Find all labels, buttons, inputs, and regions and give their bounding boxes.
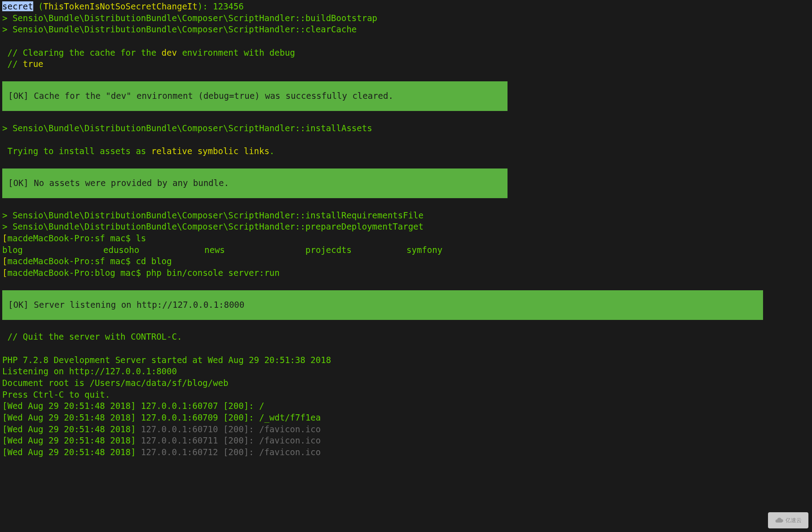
request-log-5: [Wed Aug 29 20:51:48 2018] 127.0.0.1:607… xyxy=(0,447,812,458)
ls-news: news xyxy=(204,244,305,256)
request-log-3: [Wed Aug 29 20:51:48 2018] 127.0.0.1:607… xyxy=(0,424,812,435)
listening-on: Listening on http://127.0.0.1:8000 xyxy=(0,366,812,377)
prompt-cd-blog[interactable]: [macdeMacBook-Pro:sf mac$ cd blog xyxy=(0,256,812,267)
script-build-bootstrap: > Sensio\Bundle\DistributionBundle\Compo… xyxy=(0,13,812,24)
ok-server-listening: [OK] Server listening on http://127.0.0.… xyxy=(2,290,763,320)
cloud-icon xyxy=(775,516,784,525)
request-log-2: [Wed Aug 29 20:51:48 2018] 127.0.0.1:607… xyxy=(0,412,812,424)
script-clear-cache: > Sensio\Bundle\DistributionBundle\Compo… xyxy=(0,24,812,35)
ls-projecdts: projecdts xyxy=(305,244,406,256)
request-log-1: [Wed Aug 29 20:51:48 2018] 127.0.0.1:607… xyxy=(0,400,812,412)
document-root: Document root is /Users/mac/data/sf/blog… xyxy=(0,377,812,389)
blank-line xyxy=(0,35,812,47)
press-ctrl-c: Press Ctrl-C to quit. xyxy=(0,389,812,401)
ok-cache-cleared: [OK] Cache for the "dev" environment (de… xyxy=(2,81,508,111)
prompt-ls[interactable]: [macdeMacBook-Pro:sf mac$ ls xyxy=(0,233,812,244)
ls-blog: blog xyxy=(2,244,103,256)
script-prepare-deploy: > Sensio\Bundle\DistributionBundle\Compo… xyxy=(0,221,812,233)
ls-symfony: symfony xyxy=(406,244,442,256)
script-install-assets: > Sensio\Bundle\DistributionBundle\Compo… xyxy=(0,123,812,134)
watermark-yisu: 亿速云 xyxy=(768,512,808,528)
blank-line xyxy=(0,111,812,123)
comment-clearing-cache: // Clearing the cache for the dev enviro… xyxy=(0,47,812,59)
prompt-server-run[interactable]: [macdeMacBook-Pro:blog mac$ php bin/cons… xyxy=(0,267,812,279)
php-dev-server-started: PHP 7.2.8 Development Server started at … xyxy=(0,355,812,366)
blank-line xyxy=(0,320,812,332)
comment-debug-true: // true xyxy=(0,58,812,70)
secret-label: secret xyxy=(2,1,33,11)
ls-edusoho: edusoho xyxy=(103,244,204,256)
ok-no-assets: [OK] No assets were provided by any bund… xyxy=(2,168,508,198)
script-install-requirements: > Sensio\Bundle\DistributionBundle\Compo… xyxy=(0,210,812,222)
trying-install-assets: Trying to install assets as relative sym… xyxy=(0,146,812,157)
secret-line: secret (ThisTokenIsNotSoSecretChangeIt):… xyxy=(0,1,812,13)
secret-token: ThisTokenIsNotSoSecretChangeIt xyxy=(44,1,198,11)
blank-line xyxy=(0,343,812,355)
blank-line xyxy=(0,198,812,210)
blank-line xyxy=(0,134,812,146)
blank-line xyxy=(0,279,812,290)
quit-comment: // Quit the server with CONTROL-C. xyxy=(0,331,812,343)
request-log-4: [Wed Aug 29 20:51:48 2018] 127.0.0.1:607… xyxy=(0,435,812,447)
ls-output: blogedusohonewsprojecdtssymfony xyxy=(0,244,812,256)
blank-line xyxy=(0,70,812,82)
blank-line xyxy=(0,157,812,169)
secret-value: 123456 xyxy=(213,1,244,11)
